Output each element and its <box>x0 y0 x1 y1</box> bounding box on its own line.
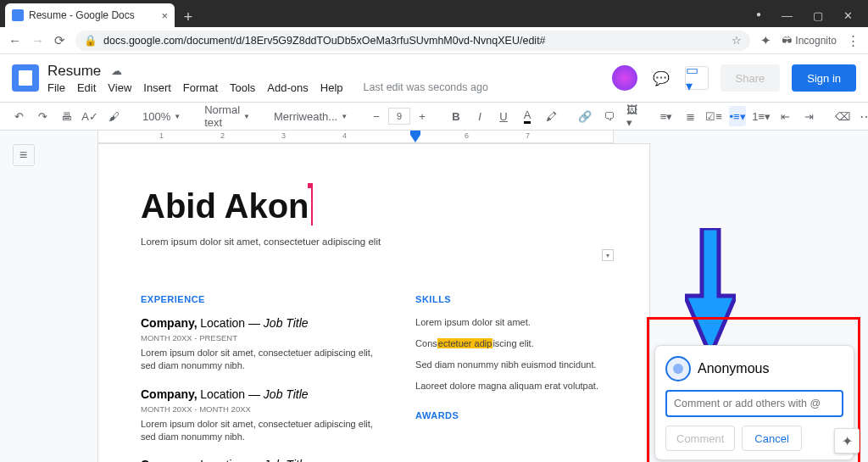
insert-link-icon[interactable]: 🔗 <box>576 106 593 126</box>
text-color-icon[interactable]: A <box>519 106 536 126</box>
align-icon[interactable]: ≡▾ <box>658 106 675 126</box>
sign-in-button[interactable]: Sign in <box>792 64 856 92</box>
print-icon[interactable]: 🖶 <box>58 106 75 126</box>
forward-icon: → <box>31 33 44 47</box>
menu-format[interactable]: Format <box>183 81 218 94</box>
skill-line[interactable]: Lorem ipsum dolor sit amet. <box>415 316 607 329</box>
present-icon[interactable]: ▭ ▾ <box>685 66 709 90</box>
skill-line-highlighted[interactable]: Consectetuer adipiscing elit. <box>415 337 607 350</box>
spellcheck-icon[interactable]: A✓ <box>81 106 98 126</box>
record-icon: ● <box>756 9 761 22</box>
outline-sidebar: ≡ <box>0 131 47 462</box>
comment-submit-button: Comment <box>665 426 735 451</box>
clear-formatting-icon[interactable]: ⌫ <box>834 106 851 126</box>
insert-image-icon[interactable]: 🖼▾ <box>624 106 641 126</box>
section-collapse-icon[interactable]: ▾ <box>602 249 614 261</box>
explore-button[interactable]: ✦ <box>834 428 860 454</box>
docs-favicon <box>12 9 24 21</box>
menu-insert[interactable]: Insert <box>143 81 171 94</box>
paragraph-style-select[interactable]: Normal text▼ <box>201 103 253 129</box>
browser-menu-icon[interactable]: ⋮ <box>847 33 860 48</box>
paint-format-icon[interactable]: 🖌 <box>105 106 122 126</box>
document-page[interactable]: Abid Akon Lorem ipsum dolor sit amet, co… <box>97 143 650 462</box>
window-controls: ● — ▢ ✕ <box>756 9 868 27</box>
menu-help[interactable]: Help <box>320 81 343 94</box>
menu-edit[interactable]: Edit <box>77 81 96 94</box>
skills-heading[interactable]: SKILLS <box>415 294 607 304</box>
increase-font-icon[interactable]: + <box>414 106 431 126</box>
outline-toggle-icon[interactable]: ≡ <box>13 144 35 166</box>
skill-line[interactable]: Sed diam nonummy nibh euismod tincidunt. <box>415 359 607 371</box>
commented-text-highlight: ectetuer adip <box>437 338 493 348</box>
browser-tab[interactable]: Resume - Google Docs × <box>5 3 175 27</box>
document-area: 1 2 3 4 6 7 Abid Akon Lorem ipsum dolor … <box>47 131 868 462</box>
comment-cancel-button[interactable]: Cancel <box>742 426 801 451</box>
bulleted-list-icon[interactable]: •≡▾ <box>729 106 746 126</box>
horizontal-ruler[interactable]: 1 2 3 4 6 7 <box>97 131 614 143</box>
job-entry[interactable]: Company, Location — Job Title <box>141 458 375 462</box>
anon-collaborator-avatar[interactable] <box>612 65 637 91</box>
docs-toolbar: ↶ ↷ 🖶 A✓ 🖌 100%▼ Normal text▼ Merriweath… <box>0 102 868 131</box>
menu-tools[interactable]: Tools <box>230 81 255 94</box>
awards-heading[interactable]: AWARDS <box>415 410 607 420</box>
share-button: Share <box>721 64 781 92</box>
job-entry[interactable]: Company, Location — Job Title MONTH 20XX… <box>141 316 375 372</box>
resume-name-heading[interactable]: Abid Akon <box>141 186 309 226</box>
menu-view[interactable]: View <box>108 81 131 94</box>
decrease-indent-icon[interactable]: ⇤ <box>776 106 793 126</box>
incognito-indicator[interactable]: 🕶 Incognito <box>782 35 837 47</box>
browser-address-bar: ← → ⟳ 🔒 docs.google.com/document/d/18Erv… <box>0 27 868 54</box>
italic-icon[interactable]: I <box>471 106 488 126</box>
experience-column: EXPERIENCE Company, Location — Job Title… <box>141 294 375 462</box>
underline-icon[interactable]: U <box>495 106 512 126</box>
job-entry[interactable]: Company, Location — Job Title MONTH 20XX… <box>141 387 375 443</box>
undo-icon[interactable]: ↶ <box>10 106 27 126</box>
font-size-control[interactable]: − 9 + <box>368 106 431 126</box>
bookmark-star-icon[interactable]: ☆ <box>732 34 742 47</box>
docs-workspace: ≡ 1 2 3 4 6 7 Abid Akon Lorem ipsum dolo… <box>0 131 868 462</box>
checklist-icon[interactable]: ☑≡ <box>705 106 722 126</box>
numbered-list-icon[interactable]: 1≡▾ <box>753 106 770 126</box>
toolbar-more-icon[interactable]: ⋯ <box>858 106 868 126</box>
tab-close-icon[interactable]: × <box>161 9 168 22</box>
decrease-font-icon[interactable]: − <box>368 106 385 126</box>
comment-avatar <box>665 356 691 381</box>
bold-icon[interactable]: B <box>448 106 465 126</box>
experience-heading[interactable]: EXPERIENCE <box>141 294 375 304</box>
cloud-saved-icon[interactable]: ☁ <box>111 64 122 77</box>
extensions-icon[interactable]: ✦ <box>760 33 771 48</box>
comment-input[interactable] <box>665 390 843 417</box>
open-comments-icon[interactable]: 💬 <box>649 66 673 90</box>
new-tab-button[interactable]: + <box>178 7 198 27</box>
line-spacing-icon[interactable]: ≣ <box>682 106 698 126</box>
close-window-icon[interactable]: ✕ <box>843 9 853 22</box>
zoom-select[interactable]: 100%▼ <box>139 110 184 123</box>
last-edit-label[interactable]: Last edit was seconds ago <box>364 81 488 93</box>
docs-logo[interactable] <box>12 64 39 92</box>
tab-title: Resume - Google Docs <box>29 9 135 21</box>
font-size-value[interactable]: 9 <box>388 108 410 125</box>
lock-icon: 🔒 <box>84 34 97 47</box>
increase-indent-icon[interactable]: ⇥ <box>800 106 817 126</box>
doc-title[interactable]: Resume <box>47 63 101 80</box>
highlight-icon[interactable]: 🖍 <box>542 106 559 126</box>
add-comment-icon[interactable]: 🗨 <box>600 106 617 126</box>
skills-column: SKILLS Lorem ipsum dolor sit amet. Conse… <box>415 294 607 462</box>
indent-marker-icon[interactable] <box>410 131 420 142</box>
resume-tagline[interactable]: Lorem ipsum dolor sit amet, consectetuer… <box>141 237 607 247</box>
browser-tabbar: Resume - Google Docs × + ● — ▢ ✕ <box>0 0 868 27</box>
comment-composer: Anonymous Comment Cancel <box>654 345 854 460</box>
maximize-icon[interactable]: ▢ <box>813 9 823 22</box>
comment-author: Anonymous <box>698 361 770 376</box>
reload-icon[interactable]: ⟳ <box>54 33 65 48</box>
skill-line[interactable]: Laoreet dolore magna aliquam erat volutp… <box>415 380 607 392</box>
url-field[interactable]: 🔒 docs.google.com/document/d/18Erv5G9Z8d… <box>75 31 750 51</box>
docs-header: Resume ☁ File Edit View Insert Format To… <box>0 54 868 102</box>
back-icon[interactable]: ← <box>8 33 21 47</box>
redo-icon[interactable]: ↷ <box>34 106 51 126</box>
collab-cursor-caret <box>311 188 313 225</box>
menu-addons[interactable]: Add-ons <box>267 81 308 94</box>
menu-file[interactable]: File <box>47 81 65 94</box>
font-select[interactable]: Merriweath...▼ <box>270 110 351 123</box>
minimize-icon[interactable]: — <box>782 9 793 22</box>
